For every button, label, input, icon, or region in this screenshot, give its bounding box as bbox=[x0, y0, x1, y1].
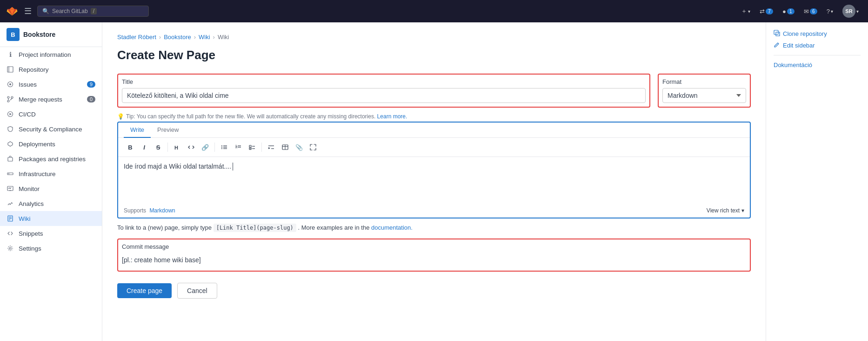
merge-requests-btn[interactable]: ⇄ 7 bbox=[756, 5, 777, 18]
link-btn[interactable]: 🔗 bbox=[199, 141, 212, 154]
svg-rect-0 bbox=[7, 67, 13, 72]
sidebar-item-deployments[interactable]: Deployments bbox=[0, 136, 102, 151]
chevron-down-icon: ▾ bbox=[741, 207, 744, 214]
right-panel: Clone repository Edit sidebar Dokumentác… bbox=[766, 22, 868, 341]
table-btn[interactable] bbox=[279, 141, 292, 154]
breadcrumb: Stadler Róbert › Bookstore › Wiki › Wiki bbox=[117, 34, 751, 41]
toolbar-sep-2 bbox=[214, 143, 215, 152]
svg-point-6 bbox=[7, 100, 9, 102]
shield-icon bbox=[7, 125, 14, 133]
view-rich-text-btn[interactable]: View rich text ▾ bbox=[707, 207, 744, 214]
search-placeholder: Search GitLab bbox=[52, 8, 88, 14]
tip-text: 💡 Tip: You can specify the full path for… bbox=[117, 113, 751, 120]
sidebar-item-issues[interactable]: Issues 9 bbox=[0, 77, 102, 92]
unordered-list-btn[interactable] bbox=[218, 141, 231, 154]
tip-icon: 💡 bbox=[117, 113, 124, 120]
sidebar-label-security: Security & Compliance bbox=[19, 126, 82, 133]
mail-btn[interactable]: ✉ 6 bbox=[800, 5, 821, 18]
documentation-link[interactable]: documentation. bbox=[371, 224, 413, 231]
sidebar-label-merge-requests: Merge requests bbox=[19, 96, 62, 103]
issues-nav-icon bbox=[7, 81, 14, 88]
toolbar-sep-1 bbox=[167, 143, 168, 152]
project-name: Bookstore bbox=[23, 31, 55, 38]
heading-btn[interactable]: H bbox=[171, 141, 184, 154]
sidebar-item-merge-requests[interactable]: Merge requests 0 bbox=[0, 92, 102, 107]
sidebar-item-cicd[interactable]: CI/CD bbox=[0, 107, 102, 122]
issues-icon: ● bbox=[782, 8, 786, 15]
issues-count-badge: 9 bbox=[87, 81, 95, 88]
create-page-button[interactable]: Create page bbox=[117, 283, 172, 298]
editor-toolbar: B I S H 🔗 1.2. bbox=[118, 138, 750, 157]
breadcrumb-sep-2: › bbox=[194, 34, 196, 41]
indent-btn[interactable] bbox=[265, 141, 278, 154]
hamburger-icon[interactable]: ☰ bbox=[22, 4, 33, 18]
sidebar-label-settings: Settings bbox=[19, 245, 41, 252]
user-avatar-btn[interactable]: SR ▾ bbox=[839, 2, 862, 20]
sidebar-item-analytics[interactable]: Analytics bbox=[0, 196, 102, 211]
mr-count-badge: 0 bbox=[87, 96, 95, 102]
breadcrumb-wiki-link[interactable]: Wiki bbox=[199, 34, 210, 41]
bold-btn[interactable]: B bbox=[124, 141, 137, 154]
sidebar-label-packages: Packages and registries bbox=[19, 156, 86, 163]
merge-request-icon: ⇄ bbox=[760, 8, 765, 15]
write-tab[interactable]: Write bbox=[124, 123, 151, 138]
toolbar-sep-3 bbox=[261, 143, 262, 152]
mail-icon: ✉ bbox=[804, 8, 809, 15]
breadcrumb-stadler[interactable]: Stadler Róbert bbox=[117, 34, 156, 41]
title-input[interactable] bbox=[122, 88, 646, 103]
merge-request-badge: 7 bbox=[766, 8, 773, 14]
markdown-link[interactable]: Markdown bbox=[149, 207, 175, 214]
format-select[interactable]: Markdown RDoc AsciiDoc Org bbox=[662, 88, 746, 103]
italic-btn[interactable]: I bbox=[138, 141, 151, 154]
sidebar-item-project-information[interactable]: ℹ Project information bbox=[0, 47, 102, 62]
sidebar-item-security-compliance[interactable]: Security & Compliance bbox=[0, 122, 102, 136]
code-btn[interactable] bbox=[185, 141, 198, 154]
help-chevron: ▾ bbox=[831, 9, 833, 14]
sidebar-item-repository[interactable]: Repository bbox=[0, 62, 102, 77]
sidebar-label-wiki: Wiki bbox=[19, 215, 31, 222]
editor-content[interactable]: Ide írod majd a Wiki oldal tartalmát....… bbox=[124, 163, 235, 170]
gitlab-logo bbox=[6, 5, 19, 18]
main-layout: B Bookstore ℹ Project information Reposi… bbox=[0, 22, 868, 341]
ordered-list-btn[interactable]: 1.2. bbox=[232, 141, 245, 154]
sidebar-item-settings[interactable]: Settings bbox=[0, 241, 102, 256]
format-label: Format bbox=[662, 78, 746, 85]
editor-container: Write Preview B I S H 🔗 bbox=[117, 122, 751, 218]
infrastructure-icon bbox=[7, 170, 14, 177]
sidebar-item-snippets[interactable]: Snippets bbox=[0, 226, 102, 241]
sidebar-item-infrastructure[interactable]: Infrastructure bbox=[0, 166, 102, 181]
help-btn[interactable]: ? ▾ bbox=[823, 5, 837, 18]
svg-point-18 bbox=[9, 247, 11, 249]
global-search[interactable]: 🔍 Search GitLab / bbox=[37, 6, 149, 17]
markdown-support-text: Supports Markdown bbox=[124, 207, 175, 214]
slash-shortcut: / bbox=[91, 8, 97, 14]
svg-point-5 bbox=[11, 96, 13, 98]
clone-icon bbox=[774, 30, 780, 38]
preview-tab[interactable]: Preview bbox=[151, 123, 185, 138]
cancel-button[interactable]: Cancel bbox=[177, 283, 217, 299]
panel-doc-link[interactable]: Dokumentáció bbox=[774, 61, 812, 68]
deployments-icon bbox=[7, 140, 14, 148]
editor-footer: Supports Markdown View rich text ▾ bbox=[118, 204, 750, 218]
sidebar-item-packages-registries[interactable]: Packages and registries bbox=[0, 151, 102, 166]
issues-btn[interactable]: ● 1 bbox=[779, 5, 798, 18]
create-new-btn[interactable]: ＋ ▾ bbox=[737, 4, 754, 18]
attach-btn[interactable]: 📎 bbox=[293, 141, 306, 154]
sidebar-item-wiki[interactable]: Wiki bbox=[0, 211, 102, 226]
breadcrumb-bookstore[interactable]: Bookstore bbox=[164, 34, 191, 41]
svg-text:H: H bbox=[174, 145, 178, 150]
commit-input[interactable] bbox=[122, 253, 746, 267]
analytics-icon bbox=[7, 200, 14, 207]
project-header: B Bookstore bbox=[0, 22, 102, 47]
strikethrough-btn[interactable]: S bbox=[152, 141, 165, 154]
edit-sidebar-link[interactable]: Edit sidebar bbox=[774, 41, 861, 49]
sidebar-item-monitor[interactable]: Monitor bbox=[0, 181, 102, 196]
fullscreen-btn[interactable] bbox=[307, 141, 320, 154]
search-icon: 🔍 bbox=[42, 8, 49, 14]
editor-body[interactable]: Ide írod majd a Wiki oldal tartalmát....… bbox=[118, 157, 750, 204]
clone-repository-link[interactable]: Clone repository bbox=[774, 30, 861, 38]
breadcrumb-current: Wiki bbox=[218, 34, 229, 41]
title-field-group: Title bbox=[117, 74, 650, 108]
learn-more-link[interactable]: Learn more. bbox=[377, 113, 407, 120]
task-list-btn[interactable] bbox=[246, 141, 259, 154]
